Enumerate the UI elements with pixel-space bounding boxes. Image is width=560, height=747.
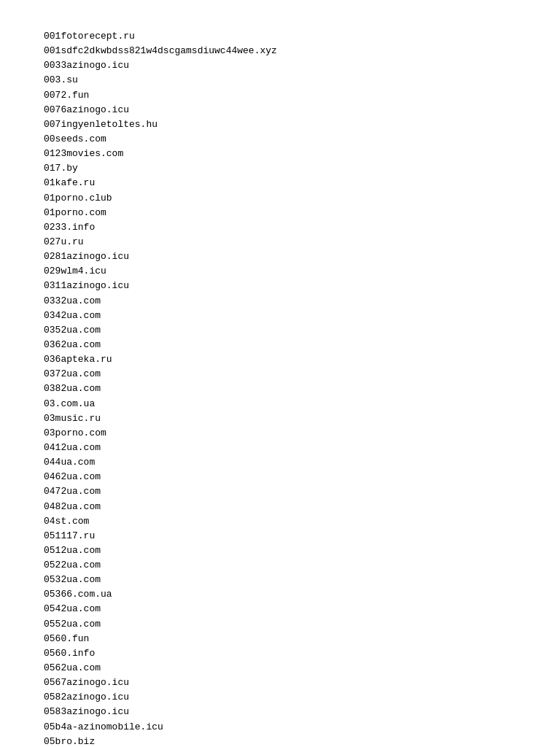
list-item: 0462ua.com [44, 470, 516, 484]
list-item: 00seeds.com [44, 132, 516, 147]
list-item: 05bro.biz [44, 735, 516, 747]
list-item: 0560.info [44, 646, 516, 661]
list-item: 044ua.com [44, 455, 516, 470]
list-item: 05b4a-azinomobile.icu [44, 720, 516, 735]
list-item: 0332ua.com [44, 294, 516, 309]
list-item: 0352ua.com [44, 323, 516, 338]
list-item: 036apteka.ru [44, 352, 516, 367]
list-item: 0072.fun [44, 88, 516, 103]
list-item: 01porno.club [44, 191, 516, 206]
list-item: 03music.ru [44, 411, 516, 426]
list-item: 0342ua.com [44, 309, 516, 323]
list-item: 0372ua.com [44, 367, 516, 382]
list-item: 001sdfc2dkwbdss821w4dscgamsdiuwc44wee.xy… [44, 44, 516, 58]
list-item: 0552ua.com [44, 617, 516, 632]
list-item: 017.by [44, 161, 516, 176]
list-item: 0076azinogo.icu [44, 103, 516, 117]
list-item: 007ingyenletoltes.hu [44, 117, 516, 132]
list-item: 051117.ru [44, 529, 516, 543]
list-item: 0522ua.com [44, 558, 516, 573]
list-item: 0542ua.com [44, 602, 516, 616]
list-item: 0123movies.com [44, 147, 516, 161]
list-item: 05366.com.ua [44, 587, 516, 602]
list-item: 0412ua.com [44, 441, 516, 455]
list-item: 01porno.com [44, 206, 516, 220]
list-item: 027u.ru [44, 235, 516, 249]
list-item: 0311azinogo.icu [44, 279, 516, 293]
list-item: 03.com.ua [44, 397, 516, 411]
list-item: 0382ua.com [44, 382, 516, 396]
list-item: 0033azinogo.icu [44, 58, 516, 73]
list-item: 0583azinogo.icu [44, 705, 516, 719]
list-item: 0532ua.com [44, 573, 516, 587]
list-item: 001fotorecept.ru [44, 29, 516, 44]
list-item: 0482ua.com [44, 500, 516, 514]
list-item: 0362ua.com [44, 338, 516, 352]
list-item: 0472ua.com [44, 484, 516, 499]
list-item: 0560.fun [44, 632, 516, 646]
domain-list: 001fotorecept.ru001sdfc2dkwbdss821w4dscg… [44, 29, 516, 747]
list-item: 04st.com [44, 514, 516, 529]
list-item: 03porno.com [44, 426, 516, 441]
list-item: 003.su [44, 73, 516, 88]
list-item: 01kafe.ru [44, 176, 516, 190]
list-item: 0562ua.com [44, 661, 516, 676]
list-item: 0233.info [44, 220, 516, 235]
list-item: 029wlm4.icu [44, 264, 516, 279]
list-item: 0567azinogo.icu [44, 676, 516, 690]
list-item: 0582azinogo.icu [44, 690, 516, 705]
list-item: 0512ua.com [44, 543, 516, 558]
list-item: 0281azinogo.icu [44, 249, 516, 264]
